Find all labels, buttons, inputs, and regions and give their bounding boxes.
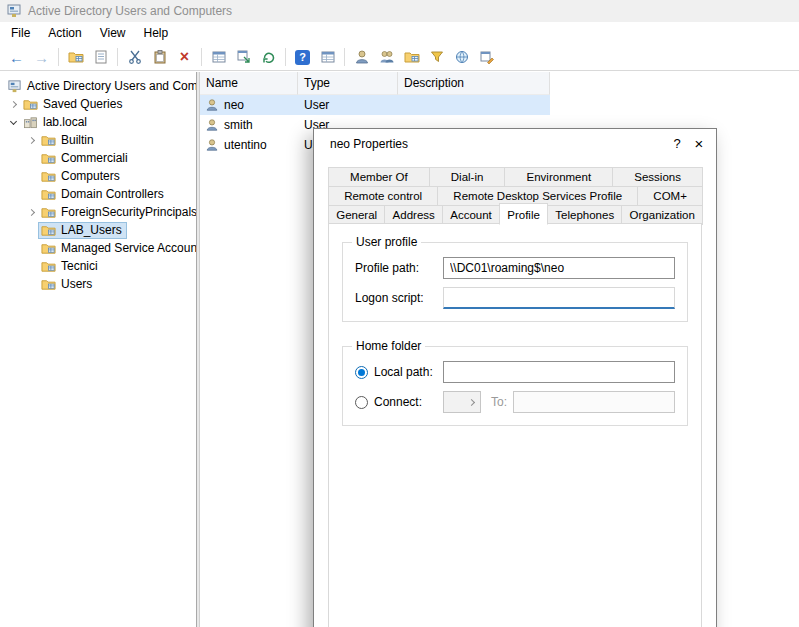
aduc-window: Active Directory Users and Computers Fil…	[0, 0, 799, 627]
menu-help[interactable]: Help	[135, 22, 178, 44]
tree-item-domain-controllers[interactable]: Domain Controllers	[0, 185, 196, 203]
tree-item-managed-service-accounts[interactable]: Managed Service Accoun	[0, 239, 196, 257]
report-button[interactable]	[316, 46, 339, 68]
paste-icon	[152, 49, 168, 65]
tab-dial-in[interactable]: Dial-in	[429, 167, 506, 187]
tab-address[interactable]: Address	[384, 205, 443, 225]
tree-item-users[interactable]: Users	[0, 275, 196, 293]
user-profile-legend: User profile	[352, 235, 421, 249]
dialog-help-button[interactable]: ?	[666, 133, 688, 155]
export-list-button[interactable]	[232, 46, 255, 68]
paste-button[interactable]	[148, 46, 171, 68]
ou-folder-icon	[41, 259, 56, 274]
menu-file[interactable]: File	[2, 22, 39, 44]
tree-item-saved-queries[interactable]: Saved Queries	[0, 95, 196, 113]
column-header-description[interactable]: Description	[398, 72, 550, 95]
logon-script-label: Logon script:	[355, 291, 443, 305]
dialog-titlebar[interactable]: neo Properties ? ×	[314, 129, 716, 159]
column-header-name[interactable]: Name	[200, 72, 298, 95]
show-console-tree-button[interactable]	[64, 46, 87, 68]
tab-general[interactable]: General	[328, 205, 385, 225]
toolbar-separator	[58, 48, 59, 66]
tree-item-root[interactable]: Active Directory Users and Com	[0, 77, 196, 95]
local-path-input[interactable]	[443, 361, 675, 383]
column-header-type[interactable]: Type	[298, 72, 398, 95]
saved-queries-folder-icon	[23, 97, 38, 112]
logon-script-input[interactable]	[443, 287, 675, 309]
user-icon	[205, 118, 219, 132]
ou-folder-icon	[41, 151, 56, 166]
user-profile-group: User profile Profile path: Logon script:	[342, 242, 688, 322]
tab-member-of[interactable]: Member Of	[328, 167, 430, 187]
cut-button[interactable]	[123, 46, 146, 68]
refresh-button[interactable]	[257, 46, 280, 68]
tree-item-lab-local[interactable]: lab.local	[0, 113, 196, 131]
dialog-close-button[interactable]: ×	[688, 133, 710, 155]
tree-item-label: ForeignSecurityPrincipals	[61, 205, 196, 219]
chevron-down-icon	[468, 398, 475, 405]
profile-path-input[interactable]	[443, 257, 675, 279]
add-ou-button[interactable]	[400, 46, 423, 68]
find-button[interactable]	[450, 46, 473, 68]
tree-item-lab-users[interactable]: LAB_Users	[0, 221, 196, 239]
tree-item-foreignsecurityprincipals[interactable]: ForeignSecurityPrincipals	[0, 203, 196, 221]
forward-icon: →	[34, 50, 49, 65]
tab-remote-control[interactable]: Remote control	[328, 186, 438, 206]
add-user-button[interactable]	[350, 46, 373, 68]
list-icon	[211, 49, 227, 65]
report-icon	[320, 49, 336, 65]
tree-item-label: Tecnici	[61, 259, 98, 273]
tree-item-builtin[interactable]: Builtin	[0, 131, 196, 149]
find-icon	[454, 49, 470, 65]
local-path-radio[interactable]	[355, 366, 368, 379]
menu-action[interactable]: Action	[39, 22, 90, 44]
list-header: Name Type Description	[200, 72, 799, 95]
expander-icon[interactable]	[24, 210, 38, 215]
tab-account[interactable]: Account	[442, 205, 500, 225]
add-user-icon	[354, 49, 370, 65]
list-row-neo[interactable]: neo User	[200, 95, 550, 115]
delete-button[interactable]: ×	[173, 46, 196, 68]
list-button[interactable]	[207, 46, 230, 68]
tab-organization[interactable]: Organization	[621, 205, 703, 225]
help-button[interactable]: ?	[291, 46, 314, 68]
filter-button[interactable]	[425, 46, 448, 68]
tab-sessions[interactable]: Sessions	[612, 167, 703, 187]
tree-item-label: Active Directory Users and Com	[27, 79, 196, 93]
expander-icon[interactable]	[6, 121, 20, 124]
forward-button[interactable]: →	[30, 46, 53, 68]
window-titlebar[interactable]: Active Directory Users and Computers	[0, 0, 799, 22]
drive-letter-select[interactable]	[443, 391, 481, 413]
back-button[interactable]: ←	[5, 46, 28, 68]
home-folder-legend: Home folder	[352, 339, 425, 353]
console-tree: Active Directory Users and Com Saved Que…	[0, 72, 196, 627]
container-folder-icon	[41, 205, 56, 220]
ad-root-icon	[7, 79, 22, 94]
toolbar-separator	[117, 48, 118, 66]
local-path-row: Local path:	[355, 361, 675, 383]
profile-path-row: Profile path:	[355, 257, 675, 279]
cut-icon	[127, 49, 143, 65]
tab-profile[interactable]: Profile	[499, 203, 548, 225]
add-ou-icon	[404, 49, 420, 65]
connect-radio[interactable]	[355, 396, 368, 409]
add-group-button[interactable]	[375, 46, 398, 68]
list-cell-name: utentino	[224, 138, 267, 152]
connect-to-input[interactable]	[513, 391, 675, 413]
tree-item-computers[interactable]: Computers	[0, 167, 196, 185]
tree-item-commerciali[interactable]: Commerciali	[0, 149, 196, 167]
help-icon: ?	[295, 50, 310, 65]
connect-row: Connect: To:	[355, 391, 675, 413]
tree-item-label: Commerciali	[61, 151, 128, 165]
expander-icon[interactable]	[24, 138, 38, 143]
expander-icon[interactable]	[6, 102, 20, 107]
menu-view[interactable]: View	[91, 22, 135, 44]
tab-com-plus[interactable]: COM+	[637, 186, 703, 206]
container-folder-icon	[41, 241, 56, 256]
tab-telephones[interactable]: Telephones	[547, 205, 622, 225]
document-button[interactable]	[89, 46, 112, 68]
tree-item-tecnici[interactable]: Tecnici	[0, 257, 196, 275]
advanced-button[interactable]	[475, 46, 498, 68]
tab-environment[interactable]: Environment	[504, 167, 613, 187]
toolbar: ← → × ?	[0, 44, 799, 71]
